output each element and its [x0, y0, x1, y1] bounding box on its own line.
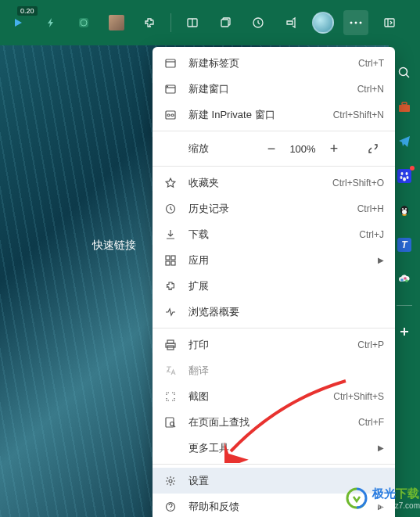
menu-performance[interactable]: 浏览器概要 — [153, 299, 395, 325]
menu-favorites[interactable]: 收藏夹 Ctrl+Shift+O — [153, 170, 395, 196]
menu-more-tools[interactable]: 更多工具 ▶ — [153, 435, 395, 461]
panel-collapse-icon[interactable] — [378, 11, 401, 34]
svg-rect-18 — [171, 114, 174, 117]
help-icon — [163, 500, 178, 514]
zoom-out-button[interactable]: − — [260, 138, 282, 160]
menu-label: 新建标签页 — [188, 56, 347, 70]
svg-rect-20 — [166, 256, 170, 260]
menu-translate: 翻译 — [153, 357, 395, 383]
zoom-controls: 缩放 − 100% + — [153, 135, 395, 163]
performance-icon — [163, 305, 178, 319]
svg-rect-21 — [171, 256, 175, 260]
collections-icon[interactable] — [214, 11, 237, 34]
zoom-in-button[interactable]: + — [323, 138, 345, 160]
menu-print[interactable]: 打印 Ctrl+P — [153, 332, 395, 357]
extensions-puzzle-icon[interactable] — [138, 11, 161, 34]
menu-separator — [153, 166, 395, 167]
print-icon — [163, 338, 178, 352]
fullscreen-button[interactable] — [362, 138, 384, 160]
new-window-icon — [163, 82, 178, 96]
svg-point-15 — [167, 86, 168, 87]
inprivate-icon — [163, 108, 178, 122]
search-icon[interactable] — [396, 64, 413, 81]
share-icon[interactable] — [279, 11, 303, 34]
menu-shortcut: Ctrl+F — [358, 417, 384, 428]
lightning-icon[interactable] — [39, 11, 63, 34]
svg-rect-24 — [167, 340, 174, 343]
menu-separator — [153, 464, 395, 465]
history-clock-icon[interactable] — [246, 11, 270, 34]
svg-point-47 — [404, 277, 407, 280]
menu-label: 下载 — [188, 228, 348, 242]
svg-rect-32 — [399, 105, 410, 112]
qq-icon[interactable] — [396, 202, 413, 219]
menu-new-window[interactable]: 新建窗口 Ctrl+N — [153, 76, 395, 102]
svg-point-36 — [406, 172, 408, 175]
watermark-text-2: 下载 — [396, 486, 419, 500]
user-avatar-icon[interactable] — [105, 11, 128, 34]
svg-point-8 — [355, 22, 357, 24]
svg-point-42 — [402, 208, 404, 210]
menu-screenshot[interactable]: 截图 Ctrl+Shift+S — [153, 383, 395, 409]
menu-label: 收藏夹 — [188, 176, 321, 190]
menu-extensions[interactable]: 扩展 — [153, 273, 395, 299]
sidebar-toggle-icon[interactable] — [181, 11, 204, 34]
svg-rect-33 — [402, 102, 407, 105]
menu-downloads[interactable]: 下载 Ctrl+J — [153, 221, 395, 247]
svg-point-41 — [402, 210, 407, 214]
menu-shortcut: Ctrl+Shift+N — [333, 110, 384, 120]
svg-point-29 — [169, 479, 172, 483]
app-icon[interactable] — [72, 11, 95, 34]
menu-separator — [153, 131, 395, 131]
menu-new-inprivate[interactable]: 新建 InPrivate 窗口 Ctrl+Shift+N — [153, 102, 395, 127]
clock-icon — [163, 202, 178, 216]
menu-separator — [153, 328, 395, 329]
svg-rect-5 — [221, 20, 228, 27]
app-t-icon[interactable]: T — [396, 236, 413, 253]
svg-rect-23 — [171, 261, 175, 265]
menu-apps[interactable]: 应用 ▶ — [153, 247, 395, 273]
svg-point-7 — [350, 22, 353, 24]
menu-shortcut: Ctrl+N — [357, 84, 384, 95]
play-icon[interactable] — [6, 11, 30, 34]
svg-rect-11 — [166, 59, 175, 67]
svg-point-35 — [401, 172, 404, 175]
svg-point-37 — [400, 176, 403, 179]
watermark: 极光下载 www.xz7.com — [344, 486, 420, 511]
telegram-icon[interactable] — [396, 133, 413, 150]
star-icon — [163, 176, 178, 190]
more-menu-button[interactable] — [343, 10, 368, 35]
menu-label: 帮助和反馈 — [188, 500, 367, 514]
menu-shortcut: Ctrl+J — [359, 229, 384, 240]
download-icon — [163, 228, 178, 242]
watermark-text-1: 极光 — [372, 486, 396, 500]
menu-shortcut: Ctrl+Shift+O — [332, 178, 384, 188]
menu-history[interactable]: 历史记录 Ctrl+H — [153, 196, 395, 221]
find-icon — [163, 415, 178, 429]
menu-label: 历史记录 — [188, 202, 346, 216]
zoom-value: 100% — [289, 143, 317, 155]
menu-label: 截图 — [188, 390, 322, 404]
menu-new-tab[interactable]: 新建标签页 Ctrl+T — [153, 50, 395, 76]
menu-label: 新建窗口 — [188, 82, 346, 96]
baidu-icon[interactable] — [396, 167, 413, 185]
blank-icon — [163, 441, 178, 455]
add-button[interactable] — [396, 323, 413, 340]
cloud-icon[interactable] — [396, 271, 413, 288]
menu-label: 翻译 — [188, 364, 384, 378]
briefcase-icon[interactable] — [396, 99, 413, 116]
svg-point-43 — [405, 208, 407, 210]
chevron-right-icon: ▶ — [378, 256, 384, 264]
svg-rect-17 — [167, 114, 170, 117]
menu-shortcut: Ctrl+Shift+S — [333, 391, 384, 402]
new-tab-icon — [163, 56, 178, 70]
menu-label: 更多工具 — [188, 441, 367, 455]
svg-point-38 — [407, 176, 409, 179]
svg-marker-0 — [15, 19, 22, 27]
profile-avatar[interactable] — [312, 12, 334, 34]
chevron-right-icon: ▶ — [378, 443, 384, 452]
menu-label: 打印 — [188, 338, 346, 352]
menu-find[interactable]: 在页面上查找 Ctrl+F — [153, 409, 395, 435]
svg-point-48 — [405, 279, 408, 282]
zoom-label: 缩放 — [188, 142, 209, 156]
